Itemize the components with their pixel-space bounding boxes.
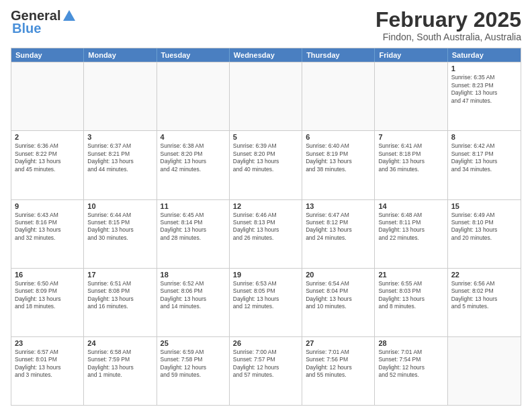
calendar-body: 1Sunrise: 6:35 AM Sunset: 8:23 PM Daylig… — [11, 62, 521, 405]
header-day-monday: Monday — [84, 48, 157, 62]
day-info: Sunrise: 6:44 AM Sunset: 8:15 PM Dayligh… — [87, 212, 152, 242]
title-block: February 2025 Findon, South Australia, A… — [375, 8, 521, 42]
day-number: 26 — [233, 339, 298, 347]
day-info: Sunrise: 6:59 AM Sunset: 7:58 PM Dayligh… — [161, 349, 226, 379]
header-day-tuesday: Tuesday — [157, 48, 230, 62]
week-row-5: 23Sunrise: 6:57 AM Sunset: 8:01 PM Dayli… — [11, 336, 521, 405]
day-cell-14: 14Sunrise: 6:48 AM Sunset: 8:11 PM Dayli… — [375, 200, 447, 268]
svg-marker-0 — [63, 10, 75, 21]
day-cell-13: 13Sunrise: 6:47 AM Sunset: 8:12 PM Dayli… — [302, 200, 375, 268]
day-number: 14 — [378, 202, 443, 210]
day-number: 6 — [306, 133, 371, 141]
day-info: Sunrise: 6:40 AM Sunset: 8:19 PM Dayligh… — [306, 142, 371, 173]
day-info: Sunrise: 6:41 AM Sunset: 8:18 PM Dayligh… — [378, 142, 443, 173]
day-cell-8: 8Sunrise: 6:42 AM Sunset: 8:17 PM Daylig… — [448, 131, 521, 199]
day-number: 22 — [451, 271, 517, 279]
day-cell-28: 28Sunrise: 7:01 AM Sunset: 7:54 PM Dayli… — [375, 337, 447, 405]
day-info: Sunrise: 6:43 AM Sunset: 8:16 PM Dayligh… — [15, 212, 80, 242]
day-cell-empty — [157, 62, 230, 130]
day-info: Sunrise: 6:36 AM Sunset: 8:22 PM Dayligh… — [15, 142, 80, 173]
day-cell-empty — [375, 62, 447, 130]
day-cell-empty — [302, 62, 375, 130]
day-cell-11: 11Sunrise: 6:45 AM Sunset: 8:14 PM Dayli… — [157, 200, 230, 268]
day-cell-empty — [11, 62, 84, 130]
day-cell-empty — [84, 62, 157, 130]
day-number: 8 — [451, 133, 517, 141]
day-info: Sunrise: 6:52 AM Sunset: 8:06 PM Dayligh… — [161, 280, 226, 311]
day-info: Sunrise: 6:49 AM Sunset: 8:10 PM Dayligh… — [451, 212, 517, 242]
day-number: 19 — [233, 271, 298, 279]
day-number: 24 — [87, 339, 152, 347]
day-cell-19: 19Sunrise: 6:53 AM Sunset: 8:05 PM Dayli… — [230, 269, 302, 336]
day-info: Sunrise: 6:46 AM Sunset: 8:13 PM Dayligh… — [233, 212, 298, 242]
day-info: Sunrise: 6:57 AM Sunset: 8:01 PM Dayligh… — [15, 349, 80, 379]
day-info: Sunrise: 6:42 AM Sunset: 8:17 PM Dayligh… — [451, 142, 517, 173]
day-info: Sunrise: 6:58 AM Sunset: 7:59 PM Dayligh… — [87, 349, 152, 379]
day-cell-12: 12Sunrise: 6:46 AM Sunset: 8:13 PM Dayli… — [230, 200, 302, 268]
week-row-1: 1Sunrise: 6:35 AM Sunset: 8:23 PM Daylig… — [11, 62, 521, 130]
day-cell-17: 17Sunrise: 6:51 AM Sunset: 8:08 PM Dayli… — [84, 269, 157, 336]
day-info: Sunrise: 6:37 AM Sunset: 8:21 PM Dayligh… — [87, 142, 152, 173]
day-info: Sunrise: 6:47 AM Sunset: 8:12 PM Dayligh… — [306, 212, 371, 242]
day-number: 21 — [378, 271, 443, 279]
day-number: 20 — [306, 271, 371, 279]
week-row-3: 9Sunrise: 6:43 AM Sunset: 8:16 PM Daylig… — [11, 199, 521, 268]
location-title: Findon, South Australia, Australia — [375, 32, 521, 42]
page: General Blue February 2025 Findon, South… — [0, 0, 532, 411]
day-number: 3 — [87, 133, 152, 141]
month-title: February 2025 — [375, 8, 521, 32]
day-cell-7: 7Sunrise: 6:41 AM Sunset: 8:18 PM Daylig… — [375, 131, 447, 199]
day-number: 4 — [161, 133, 226, 141]
header-day-wednesday: Wednesday — [230, 48, 302, 62]
header-day-sunday: Sunday — [11, 48, 84, 62]
header-day-friday: Friday — [375, 48, 447, 62]
day-info: Sunrise: 6:35 AM Sunset: 8:23 PM Dayligh… — [451, 74, 517, 105]
day-number: 17 — [87, 271, 152, 279]
day-number: 16 — [15, 271, 80, 279]
day-number: 23 — [15, 339, 80, 347]
calendar-header: SundayMondayTuesdayWednesdayThursdayFrid… — [11, 48, 521, 62]
day-cell-3: 3Sunrise: 6:37 AM Sunset: 8:21 PM Daylig… — [84, 131, 157, 199]
day-number: 27 — [306, 339, 371, 347]
day-info: Sunrise: 7:01 AM Sunset: 7:56 PM Dayligh… — [306, 349, 371, 379]
day-cell-9: 9Sunrise: 6:43 AM Sunset: 8:16 PM Daylig… — [11, 200, 84, 268]
day-info: Sunrise: 6:56 AM Sunset: 8:02 PM Dayligh… — [451, 280, 517, 311]
day-cell-26: 26Sunrise: 7:00 AM Sunset: 7:57 PM Dayli… — [230, 337, 302, 405]
day-cell-15: 15Sunrise: 6:49 AM Sunset: 8:10 PM Dayli… — [448, 200, 521, 268]
day-cell-5: 5Sunrise: 6:39 AM Sunset: 8:20 PM Daylig… — [230, 131, 302, 199]
day-info: Sunrise: 6:45 AM Sunset: 8:14 PM Dayligh… — [161, 212, 226, 242]
day-info: Sunrise: 7:01 AM Sunset: 7:54 PM Dayligh… — [378, 349, 443, 379]
day-cell-22: 22Sunrise: 6:56 AM Sunset: 8:02 PM Dayli… — [448, 269, 521, 336]
day-cell-20: 20Sunrise: 6:54 AM Sunset: 8:04 PM Dayli… — [302, 269, 375, 336]
day-info: Sunrise: 6:38 AM Sunset: 8:20 PM Dayligh… — [161, 142, 226, 173]
day-cell-23: 23Sunrise: 6:57 AM Sunset: 8:01 PM Dayli… — [11, 337, 84, 405]
day-cell-16: 16Sunrise: 6:50 AM Sunset: 8:09 PM Dayli… — [11, 269, 84, 336]
day-number: 12 — [233, 202, 298, 210]
day-cell-10: 10Sunrise: 6:44 AM Sunset: 8:15 PM Dayli… — [84, 200, 157, 268]
day-cell-24: 24Sunrise: 6:58 AM Sunset: 7:59 PM Dayli… — [84, 337, 157, 405]
day-cell-1: 1Sunrise: 6:35 AM Sunset: 8:23 PM Daylig… — [448, 62, 521, 130]
day-number: 7 — [378, 133, 443, 141]
day-number: 5 — [233, 133, 298, 141]
day-number: 13 — [306, 202, 371, 210]
logo-blue-text: Blue — [11, 21, 41, 36]
day-number: 28 — [378, 339, 443, 347]
day-number: 11 — [161, 202, 226, 210]
day-info: Sunrise: 6:55 AM Sunset: 8:03 PM Dayligh… — [378, 280, 443, 311]
day-cell-18: 18Sunrise: 6:52 AM Sunset: 8:06 PM Dayli… — [157, 269, 230, 336]
day-cell-25: 25Sunrise: 6:59 AM Sunset: 7:58 PM Dayli… — [157, 337, 230, 405]
logo-icon — [62, 9, 77, 24]
day-info: Sunrise: 7:00 AM Sunset: 7:57 PM Dayligh… — [233, 349, 298, 379]
day-info: Sunrise: 6:51 AM Sunset: 8:08 PM Dayligh… — [87, 280, 152, 311]
day-number: 18 — [161, 271, 226, 279]
header-day-saturday: Saturday — [448, 48, 521, 62]
day-cell-27: 27Sunrise: 7:01 AM Sunset: 7:56 PM Dayli… — [302, 337, 375, 405]
logo: General Blue — [11, 8, 77, 36]
day-number: 25 — [161, 339, 226, 347]
day-info: Sunrise: 6:50 AM Sunset: 8:09 PM Dayligh… — [15, 280, 80, 311]
day-cell-2: 2Sunrise: 6:36 AM Sunset: 8:22 PM Daylig… — [11, 131, 84, 199]
day-cell-4: 4Sunrise: 6:38 AM Sunset: 8:20 PM Daylig… — [157, 131, 230, 199]
day-number: 10 — [87, 202, 152, 210]
header-day-thursday: Thursday — [302, 48, 375, 62]
header: General Blue February 2025 Findon, South… — [11, 8, 521, 42]
